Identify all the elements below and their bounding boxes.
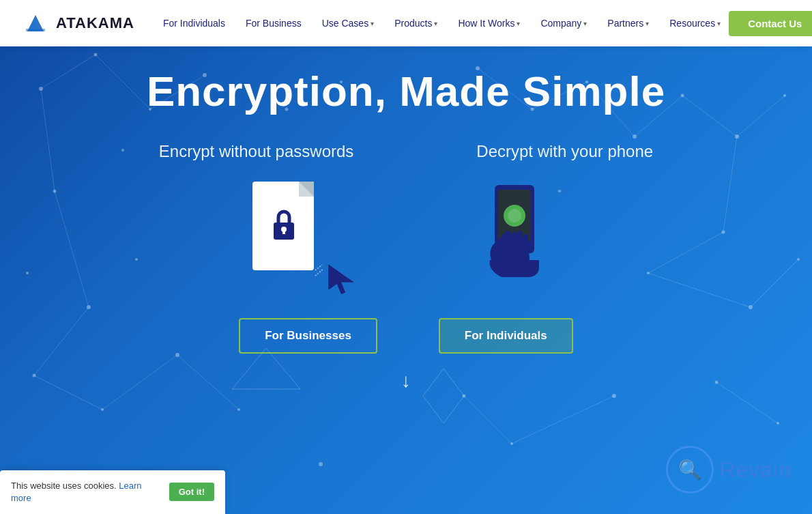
for-businesses-button[interactable]: For Businesses [239,318,377,354]
navbar: ATAKAMA For Individuals For Business Use… [0,0,812,46]
svg-point-15 [237,408,240,411]
for-individuals-button[interactable]: For Individuals [439,318,573,354]
svg-point-32 [777,422,779,425]
svg-point-26 [783,94,786,97]
svg-line-39 [41,89,55,191]
chevron-down-icon: ▾ [646,20,649,27]
decrypt-icon [471,182,560,291]
svg-line-36 [41,55,96,89]
svg-line-51 [723,137,737,232]
svg-point-72 [508,209,521,223]
svg-line-42 [34,375,102,410]
svg-point-28 [647,272,650,274]
cookie-accept-button[interactable]: Got it! [169,483,214,501]
nav-partners[interactable]: Partners ▾ [599,12,657,34]
cookie-text: This website uses cookies. Learn more [11,480,162,504]
chevron-down-icon: ▾ [434,20,437,27]
svg-line-67 [315,265,322,270]
svg-point-34 [510,442,513,445]
hero-subtitles: Encrypt without passwords Decrypt with y… [159,142,653,161]
svg-line-52 [648,232,723,273]
svg-point-3 [39,87,43,91]
svg-point-22 [633,134,637,139]
encrypt-subtitle: Encrypt without passwords [159,142,353,161]
svg-point-10 [87,305,91,309]
svg-line-43 [102,355,177,410]
svg-line-49 [682,96,737,137]
svg-point-29 [749,305,753,309]
chevron-down-icon: ▾ [517,20,520,27]
svg-line-56 [512,396,614,444]
contact-us-button[interactable]: Contact Us [729,11,812,36]
svg-point-27 [722,231,725,234]
chevron-down-icon: ▾ [583,20,587,27]
scroll-down-arrow[interactable]: ↓ [401,370,411,392]
svg-point-4 [94,53,98,57]
svg-point-14 [175,353,179,357]
chevron-down-icon: ▾ [371,20,374,27]
revain-text: Revain [719,457,792,483]
cta-buttons: For Businesses For Individuals [239,318,573,354]
svg-line-40 [55,191,89,307]
revain-badge: 🔍 Revain [666,446,792,494]
svg-line-55 [716,382,778,423]
svg-line-50 [737,96,785,137]
svg-line-37 [96,55,150,109]
brand-name: ATAKAMA [56,14,134,32]
encrypt-icon [252,182,348,291]
svg-line-53 [648,273,751,307]
logo-icon [20,8,50,38]
revain-r-letter: 🔍 [678,459,702,481]
svg-point-31 [715,381,719,384]
svg-rect-2 [26,29,45,31]
svg-line-44 [177,355,239,410]
nav-how-it-works[interactable]: How It Works ▾ [450,12,528,34]
revain-circle-icon: 🔍 [666,446,714,494]
decrypt-subtitle: Decrypt with your phone [476,142,653,161]
hero-icons [252,182,560,291]
hero-section: Encryption, Made Simple Encrypt without … [0,0,812,514]
nav-links: For Individuals For Business Use Cases ▾… [155,12,729,34]
svg-point-30 [797,258,800,261]
nav-company[interactable]: Company ▾ [532,12,595,34]
svg-point-24 [681,94,684,98]
svg-marker-59 [232,348,300,389]
nav-use-cases[interactable]: Use Cases ▾ [314,12,382,34]
logo-link[interactable]: ATAKAMA [20,8,134,38]
svg-line-54 [751,259,798,307]
nav-for-individuals[interactable]: For Individuals [155,12,233,34]
svg-point-35 [463,395,466,398]
cookie-banner: This website uses cookies. Learn more Go… [0,470,225,514]
chevron-down-icon: ▾ [717,20,721,27]
nav-for-business[interactable]: For Business [237,12,310,34]
nav-resources[interactable]: Resources ▾ [661,12,729,34]
svg-point-11 [135,258,138,261]
svg-marker-58 [423,369,464,423]
svg-line-41 [34,307,89,375]
svg-point-9 [26,272,29,274]
nav-products[interactable]: Products ▾ [386,12,446,34]
hero-title: Encryption, Made Simple [147,68,665,115]
svg-point-33 [612,394,616,398]
svg-line-57 [464,396,512,444]
svg-point-7 [121,149,124,152]
svg-point-8 [53,190,57,193]
svg-point-13 [101,408,104,411]
svg-point-25 [735,134,739,139]
svg-rect-65 [282,229,285,234]
svg-point-12 [33,374,36,377]
svg-point-18 [319,462,323,466]
